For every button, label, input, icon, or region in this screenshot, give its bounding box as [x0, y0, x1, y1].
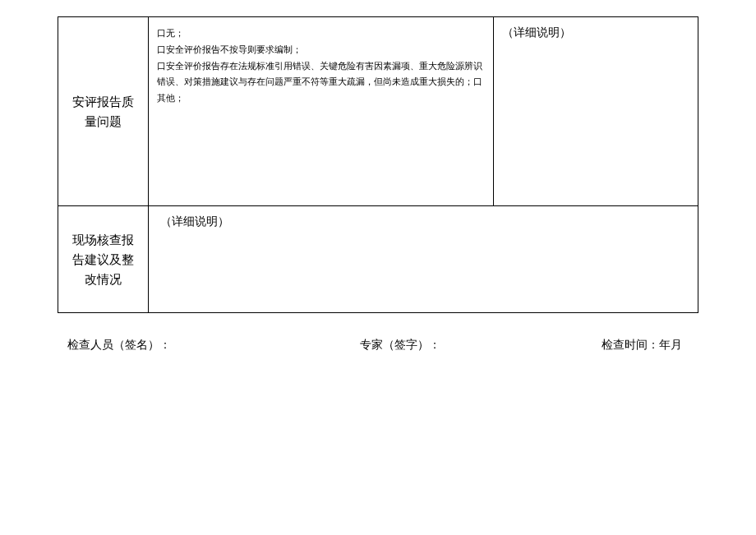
row-quality-issue: 安评报告质量问题 口无； 口安全评价报告不按导则要求编制； 口安全评价报告存在法… [58, 17, 698, 206]
signature-row: 检查人员（签名）： 专家（签字）： 检查时间：年月 [58, 338, 698, 353]
detail-cell-quality: （详细说明） [494, 17, 698, 206]
detail-cell-onsite: （详细说明） [149, 206, 698, 313]
signature-time: 检查时间：年月 [602, 338, 682, 353]
checkbox-option-errors: 口安全评价报告存在法规标准引用错误、关键危险有害因素漏项、重大危险源辨识错误、对… [157, 58, 485, 107]
label-onsite-review: 现场核查报告建议及整改情况 [58, 206, 149, 313]
form-table-wrapper: 安评报告质量问题 口无； 口安全评价报告不按导则要求编制； 口安全评价报告存在法… [58, 16, 698, 313]
checkbox-option-none: 口无； [157, 25, 485, 42]
checkbox-option-not-follow-guide: 口安全评价报告不按导则要求编制； [157, 42, 485, 58]
form-table: 安评报告质量问题 口无； 口安全评价报告不按导则要求编制； 口安全评价报告存在法… [58, 16, 698, 313]
signature-expert: 专家（签字）： [360, 338, 440, 353]
signature-inspector: 检查人员（签名）： [67, 338, 171, 353]
checkbox-options-cell: 口无； 口安全评价报告不按导则要求编制； 口安全评价报告存在法规标准引用错误、关… [149, 17, 494, 206]
row-onsite-review: 现场核查报告建议及整改情况 （详细说明） [58, 206, 698, 313]
label-quality-issue: 安评报告质量问题 [58, 17, 149, 206]
